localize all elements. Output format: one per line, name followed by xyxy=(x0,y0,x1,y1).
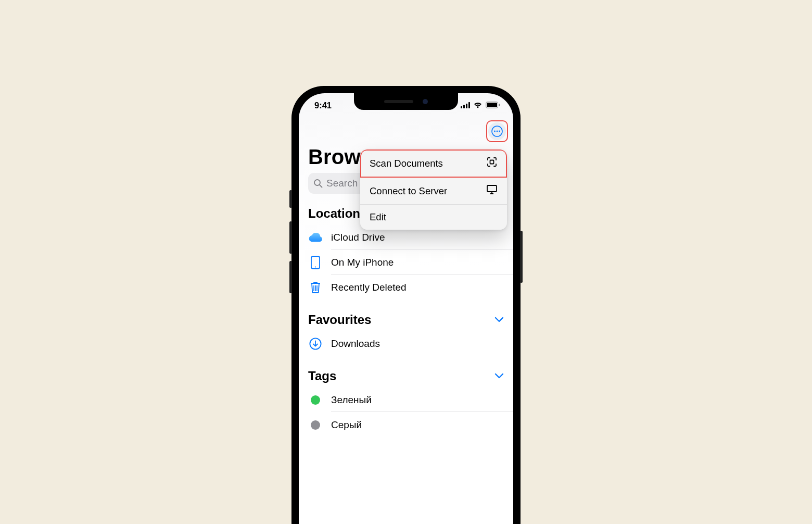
tag-label: Серый xyxy=(331,414,513,436)
svg-rect-5 xyxy=(487,103,497,107)
more-button[interactable] xyxy=(488,122,506,140)
location-item-recentlydeleted[interactable]: Recently Deleted xyxy=(308,275,513,300)
trash-icon xyxy=(308,281,323,294)
more-button-highlight xyxy=(486,120,508,142)
locations-list: iCloud Drive On My iPhone Recently Delet… xyxy=(299,225,513,300)
monitor-icon xyxy=(486,184,498,197)
tag-color-icon xyxy=(308,420,323,430)
favourite-item-downloads[interactable]: Downloads xyxy=(308,331,513,356)
favourite-label: Downloads xyxy=(331,332,513,355)
chevron-down-icon xyxy=(494,317,504,323)
locations-title: Locations xyxy=(308,206,367,221)
favourites-header[interactable]: Favourites xyxy=(299,300,513,331)
menu-item-connect-server[interactable]: Connect to Server xyxy=(360,178,507,205)
tag-dot xyxy=(311,420,320,430)
search-icon xyxy=(313,179,323,188)
menu-item-label: Edit xyxy=(370,211,386,223)
tags-list: Зеленый Серый xyxy=(299,388,513,438)
notch xyxy=(354,93,458,110)
tag-label: Зеленый xyxy=(331,389,513,412)
svg-rect-1 xyxy=(463,105,465,108)
iphone-icon xyxy=(308,256,323,269)
volume-up-button xyxy=(289,221,292,254)
location-label: Recently Deleted xyxy=(331,276,513,299)
tag-dot xyxy=(311,395,320,405)
battery-icon xyxy=(486,101,500,110)
menu-item-label: Scan Documents xyxy=(370,158,443,169)
power-button xyxy=(520,231,523,283)
svg-point-11 xyxy=(314,180,320,185)
wifi-icon xyxy=(473,101,483,110)
favourites-list: Downloads xyxy=(299,331,513,356)
phone-frame: 9:41 xyxy=(291,86,521,524)
location-item-onmyiphone[interactable]: On My iPhone xyxy=(308,250,513,275)
svg-rect-2 xyxy=(466,104,467,108)
volume-down-button xyxy=(289,261,292,293)
cellular-icon xyxy=(461,101,470,110)
chevron-down-icon xyxy=(494,373,504,379)
front-camera xyxy=(423,99,428,104)
svg-rect-16 xyxy=(490,160,494,164)
svg-rect-0 xyxy=(461,106,462,108)
tag-item-green[interactable]: Зеленый xyxy=(308,388,513,413)
menu-item-label: Connect to Server xyxy=(370,185,447,197)
svg-rect-3 xyxy=(468,102,470,108)
mute-switch xyxy=(289,190,292,208)
svg-rect-17 xyxy=(487,185,497,192)
tags-title: Tags xyxy=(308,369,336,383)
more-menu: Scan Documents Connect to Server Edit xyxy=(360,149,507,230)
svg-line-12 xyxy=(320,185,322,188)
download-circle-icon xyxy=(308,338,323,350)
status-time: 9:41 xyxy=(314,101,332,110)
location-label: On My iPhone xyxy=(331,251,513,275)
speaker xyxy=(384,100,413,103)
menu-item-scan-documents[interactable]: Scan Documents xyxy=(360,149,507,178)
svg-rect-6 xyxy=(499,104,500,106)
scan-icon xyxy=(486,156,498,170)
favourites-title: Favourites xyxy=(308,313,371,327)
tag-item-grey[interactable]: Серый xyxy=(308,413,513,438)
screen: 9:41 xyxy=(299,93,513,524)
svg-point-14 xyxy=(315,266,316,267)
search-placeholder: Search xyxy=(326,178,358,189)
tag-color-icon xyxy=(308,395,323,405)
icloud-icon xyxy=(308,232,323,243)
navigation-bar xyxy=(299,117,513,145)
menu-item-edit[interactable]: Edit xyxy=(360,205,507,230)
tags-header[interactable]: Tags xyxy=(299,356,513,388)
